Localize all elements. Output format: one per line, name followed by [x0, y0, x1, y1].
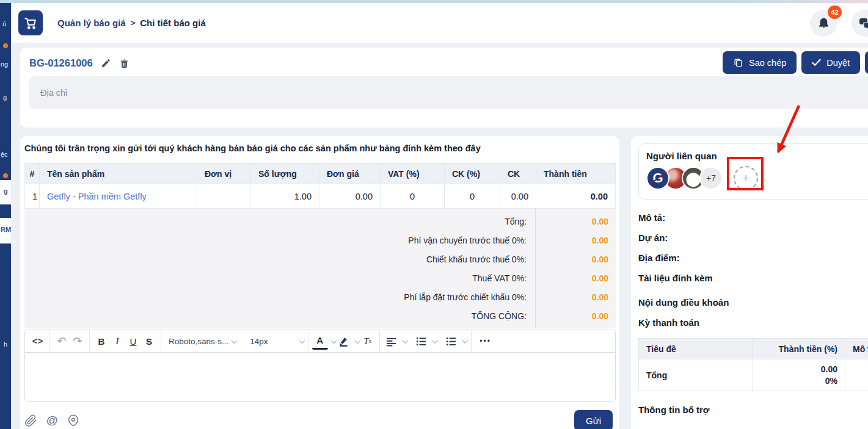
field-project: Dự án: — [638, 228, 868, 248]
comment-editor: <> ↶ ↷ B I U S Roboto,sans-s... 14px A — [24, 330, 616, 402]
highlight-color-button[interactable] — [336, 333, 352, 350]
address-input[interactable]: Địa chỉ — [29, 76, 868, 109]
bold-button[interactable]: B — [93, 333, 109, 350]
chevron-down-icon[interactable] — [402, 337, 408, 344]
check-icon — [812, 59, 821, 67]
cell-amount: 0.00 0% — [753, 359, 845, 391]
align-button[interactable] — [384, 333, 399, 350]
copy-icon — [733, 57, 743, 68]
send-button[interactable]: Gửi — [574, 410, 613, 429]
download-excel-button[interactable]: Tải E — [865, 51, 868, 74]
chevron-down-icon[interactable] — [432, 337, 438, 344]
avatar[interactable]: G — [646, 167, 669, 190]
copy-quote-button[interactable]: Sao chép — [723, 51, 797, 74]
product-table: # Tên sản phẩm Đơn vị Số lượng Đơn giá V… — [24, 163, 616, 209]
delete-trash-icon[interactable] — [119, 58, 129, 69]
undo-button[interactable]: ↶ — [54, 333, 70, 350]
col-unit: Đơn vị — [197, 164, 251, 184]
quote-actions: Sao chép Duyệt Tải E — [723, 51, 868, 74]
avatar-overflow-count[interactable]: +7 — [699, 167, 723, 190]
editor-toolbar: <> ↶ ↷ B I U S Roboto,sans-s... 14px A — [25, 330, 615, 353]
field-location: Địa điểm: — [638, 248, 868, 268]
top-header: Quản lý báo giá > Chi tiết báo giá 42 — [11, 3, 868, 43]
notification-badge: 42 — [828, 5, 842, 19]
bell-icon — [817, 16, 831, 31]
edit-pencil-icon[interactable] — [101, 58, 111, 68]
ordered-list-button[interactable] — [414, 333, 429, 350]
cell-discount-pct: 0 — [445, 184, 500, 209]
location-button[interactable] — [67, 414, 79, 427]
extra-info-title: Thông tin bổ trợ — [638, 405, 868, 415]
editor-text-area[interactable] — [25, 353, 615, 402]
field-payment-period: Kỳ thanh toán — [638, 312, 868, 333]
font-size-select[interactable]: 14px — [250, 337, 268, 346]
italic-button[interactable]: I — [109, 333, 125, 350]
info-fields: Mô tả: Dự án: Địa điểm: Tài liệu đính kè… — [638, 207, 868, 333]
approve-button[interactable]: Duyệt — [801, 51, 860, 74]
cell-unit-price: 0.00 — [319, 184, 381, 209]
related-people-title: Người liên quan — [646, 151, 868, 161]
product-link[interactable]: Getfly - Phần mềm Getfly — [47, 192, 147, 201]
quote-code: BG-01261006 — [29, 57, 93, 69]
col-title: Tiêu đề — [639, 339, 753, 359]
align-left-icon — [386, 336, 396, 347]
cell-discount: 0.00 — [500, 184, 536, 209]
sidebar-item-sales[interactable]: g — [3, 94, 7, 101]
attach-file-button[interactable] — [24, 414, 37, 427]
col-unit-price: Đơn giá — [319, 164, 381, 184]
summary-row-total: Tổng: 0.00 — [24, 212, 616, 231]
avatar-row: G +7 + — [646, 166, 868, 190]
col-product-name: Tên sản phẩm — [40, 164, 197, 184]
cell-title: Tổng — [639, 359, 753, 391]
left-sidebar[interactable]: ú ng g ệc g RM h — [0, 3, 11, 429]
redo-button[interactable]: ↷ — [70, 333, 86, 350]
strikethrough-button[interactable]: S — [141, 333, 157, 350]
quote-info-panel: Người liên quan G +7 + Mô tả: Dự án: Địa… — [631, 136, 868, 429]
sidebar-notification-dot — [3, 43, 8, 48]
related-people-card: Người liên quan G +7 + — [638, 143, 868, 200]
cell-unit — [197, 184, 251, 209]
sidebar-item-home[interactable]: ú — [2, 20, 6, 27]
chevron-down-icon — [232, 337, 238, 344]
bullet-list-icon — [446, 336, 456, 347]
font-family-select[interactable]: Roboto,sans-s... — [169, 337, 236, 346]
quote-summary: Tổng: 0.00 Phí vận chuyển trước thuế 0%:… — [24, 209, 616, 328]
col-total: Thành tiền — [536, 164, 616, 184]
notifications-button[interactable]: 42 — [810, 10, 837, 37]
field-description: Mô tả: — [638, 207, 868, 228]
mention-button[interactable]: @ — [46, 414, 58, 427]
cell-index: 1 — [25, 184, 40, 209]
breadcrumb: Quản lý báo giá > Chi tiết báo giá — [57, 18, 206, 28]
quote-title-card: BG-01261006 Sao chép Duyệt Tải E Địa chỉ — [20, 48, 868, 128]
col-amount-pct: Thành tiền (%) — [753, 339, 845, 359]
sidebar-item-work[interactable]: ệc — [1, 151, 8, 158]
summary-row-grand-total: TỔNG CỘNG: 0.00 — [24, 306, 616, 325]
chevron-down-icon[interactable] — [299, 337, 305, 344]
cart-icon — [24, 16, 37, 30]
clear-format-button[interactable]: Tx — [360, 333, 376, 350]
text-color-button[interactable]: A — [312, 333, 328, 350]
summary-row-install: Phí lắp đặt trước chiết khấu 0%: 0.00 — [24, 287, 616, 306]
sidebar-item-crm[interactable]: RM — [0, 218, 11, 243]
map-pin-icon — [67, 414, 79, 427]
cart-module-button[interactable] — [18, 10, 43, 35]
col-quantity: Số lượng — [251, 164, 319, 184]
product-table-header: # Tên sản phẩm Đơn vị Số lượng Đơn giá V… — [25, 164, 616, 184]
underline-button[interactable]: U — [125, 333, 141, 350]
summary-row-shipping: Phí vận chuyển trước thuế 0%: 0.00 — [24, 231, 616, 250]
add-related-person-button[interactable]: + — [734, 166, 758, 190]
code-view-button[interactable]: <> — [30, 333, 46, 350]
chevron-down-icon[interactable] — [462, 337, 468, 344]
sidebar-item-finance[interactable]: h — [4, 341, 7, 348]
chat-button[interactable] — [852, 10, 868, 37]
sidebar-item-active[interactable]: g — [0, 180, 11, 204]
paperclip-icon — [24, 414, 37, 427]
sidebar-item-customers[interactable]: ng — [1, 60, 8, 68]
more-tools-button[interactable]: ••• — [478, 333, 494, 350]
breadcrumb-parent[interactable]: Quản lý báo giá — [57, 18, 126, 28]
breadcrumb-current: Chi tiết báo giá — [140, 18, 206, 28]
highlighter-icon — [338, 336, 349, 347]
bullet-list-button[interactable] — [443, 333, 459, 350]
cell-total: 0.00 — [536, 184, 616, 209]
cell-description — [845, 359, 868, 391]
